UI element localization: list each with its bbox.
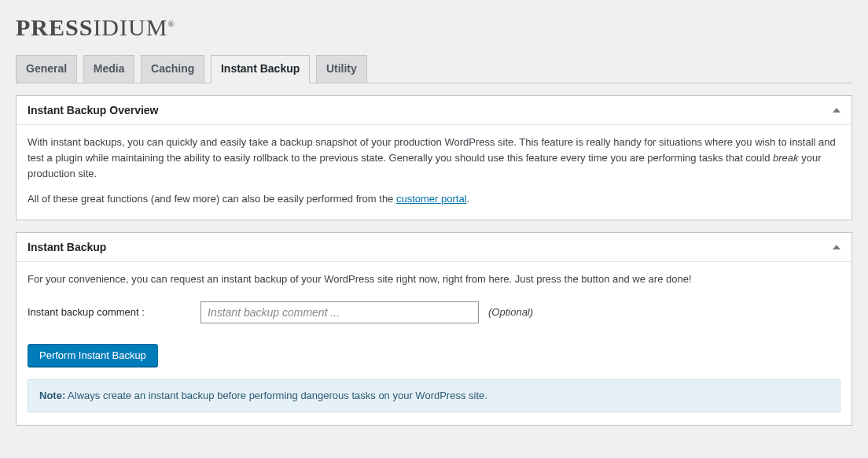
backup-comment-input[interactable] — [200, 301, 479, 323]
tab-media[interactable]: Media — [83, 55, 135, 83]
backup-panel: Instant Backup For your convenience, you… — [16, 232, 852, 426]
backup-note-prefix: Note: — [39, 390, 65, 401]
customer-portal-link[interactable]: customer portal — [396, 193, 467, 205]
overview-paragraph-2: All of these great functions (and few mo… — [28, 191, 840, 207]
tab-instant-backup[interactable]: Instant Backup — [211, 55, 310, 83]
backup-panel-body: For your convenience, you can request an… — [17, 262, 851, 425]
backup-comment-label: Instant backup comment : — [28, 305, 200, 320]
perform-instant-backup-button[interactable]: Perform Instant Backup — [28, 344, 158, 367]
tab-caching[interactable]: Caching — [141, 55, 204, 83]
overview-panel-header[interactable]: Instant Backup Overview — [17, 96, 851, 125]
tabs-bar: General Media Caching Instant Backup Uti… — [16, 55, 852, 83]
brand-logo: PRESSIDIUM® — [16, 14, 852, 41]
backup-comment-row: Instant backup comment : (Optional) — [28, 301, 840, 323]
overview-panel-title: Instant Backup Overview — [28, 104, 159, 116]
chevron-up-icon — [833, 108, 840, 113]
backup-panel-header[interactable]: Instant Backup — [17, 233, 851, 262]
backup-note-text: Always create an instant backup before p… — [65, 390, 487, 401]
overview-paragraph-1: With instant backups, you can quickly an… — [28, 135, 840, 182]
backup-panel-title: Instant Backup — [28, 241, 106, 253]
backup-intro-text: For your convenience, you can request an… — [28, 271, 840, 287]
tab-utility[interactable]: Utility — [316, 55, 367, 83]
overview-panel: Instant Backup Overview With instant bac… — [16, 95, 852, 221]
overview-panel-body: With instant backups, you can quickly an… — [17, 125, 851, 220]
chevron-up-icon — [833, 245, 840, 249]
tab-general[interactable]: General — [16, 55, 77, 83]
backup-note-box: Note: Always create an instant backup be… — [28, 379, 840, 412]
backup-comment-optional: (Optional) — [488, 305, 533, 320]
